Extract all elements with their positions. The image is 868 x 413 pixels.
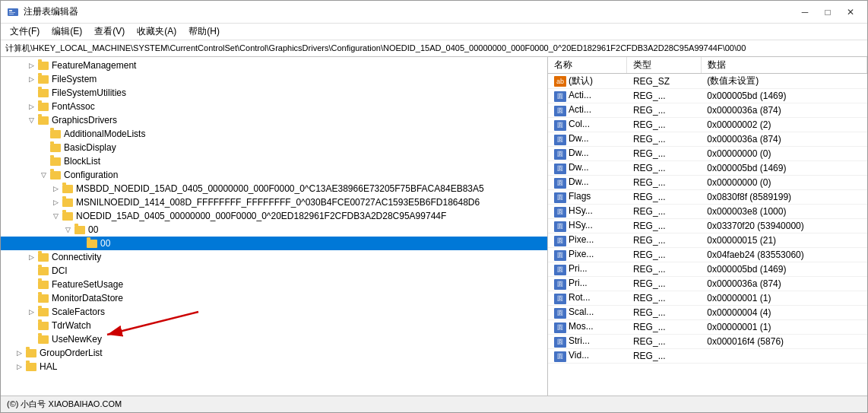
expand-icon: ▷: [49, 183, 62, 195]
node-label: FeatureSetUsage: [52, 279, 123, 290]
col-type[interactable]: 类型: [627, 57, 701, 74]
reg-name-cell: 圆Col...: [548, 118, 627, 132]
tree-node-noedid[interactable]: ▽ NOEDID_15AD_0405_00000000_000F0000_0^2…: [1, 209, 547, 223]
tree-pane[interactable]: ▷ FeatureManagement ▷ FileSystem FileSys…: [1, 57, 548, 396]
reg-data-cell: 0x00000015 (21): [701, 234, 866, 248]
folder-icon: [37, 115, 49, 125]
tree-node-featuremanagement[interactable]: ▷ FeatureManagement: [1, 59, 547, 72]
reg-name-cell: 圆Dw...: [548, 176, 627, 190]
tree-node-scalefactors[interactable]: ▷ ScaleFactors: [1, 305, 547, 319]
node-label: 00: [100, 238, 110, 249]
reg-data-cell: 0x00000000 (0): [701, 147, 866, 161]
tree-node-configuration[interactable]: ▽ Configuration: [1, 168, 547, 182]
reg-type-icon: 圆: [554, 351, 566, 362]
table-row[interactable]: 圆Dw...REG_...0x0000036a (874): [548, 132, 867, 147]
table-row[interactable]: 圆Stri...REG_...0x000016f4 (5876): [548, 335, 867, 349]
reg-type-cell: REG_...: [627, 306, 701, 320]
table-row[interactable]: 圆HSy...REG_...0x03370f20 (53940000): [548, 219, 867, 234]
table-row[interactable]: 圆FlagsREG_...0x0830f8f (8589199): [548, 190, 867, 205]
tree-node-tdrwatch[interactable]: TdrWatch: [1, 319, 547, 332]
tree-node-filesystemutilities[interactable]: FileSystemUtilities: [1, 86, 547, 100]
table-row[interactable]: 圆Dw...REG_...0x000005bd (1469): [548, 161, 867, 176]
tree-node-usenewkey[interactable]: UseNewKey: [1, 332, 547, 346]
table-row[interactable]: ab(默认)REG_SZ(数值未设置): [548, 74, 867, 89]
window-title: 注册表编辑器: [24, 5, 78, 18]
table-row[interactable]: 圆HSy...REG_...0x000003e8 (1000): [548, 205, 867, 219]
reg-name-cell: 圆Pri...: [548, 262, 627, 277]
reg-name-cell: 圆Flags: [548, 190, 627, 205]
tree-node-00-parent[interactable]: ▽ 00: [1, 223, 547, 237]
table-row[interactable]: 圆Acti...REG_...0x0000036a (874): [548, 103, 867, 118]
col-data[interactable]: 数据: [701, 57, 866, 74]
menu-file[interactable]: 文件(F): [4, 24, 46, 40]
reg-type-cell: REG_...: [627, 335, 701, 349]
tree-node-grouporderlist[interactable]: ▷ GroupOrderList: [1, 346, 547, 360]
table-row[interactable]: 圆Scal...REG_...0x00000004 (4): [548, 306, 867, 320]
reg-type-icon: 圆: [554, 221, 566, 232]
tree-node-graphicsdrivers[interactable]: ▽ GraphicsDrivers: [1, 113, 547, 127]
node-label: MSBDD_NOEDID_15AD_0405_00000000_000F0000…: [76, 183, 484, 194]
node-label: Configuration: [64, 170, 118, 180]
folder-icon: [37, 252, 49, 262]
reg-data-cell: (数值未设置): [701, 74, 866, 89]
expand-icon: ▷: [25, 59, 37, 71]
folder-icon: [37, 307, 49, 317]
tree-node-filesystem[interactable]: ▷ FileSystem: [1, 72, 547, 86]
table-row[interactable]: 圆Pri...REG_...0x000005bd (1469): [548, 262, 867, 277]
table-row[interactable]: 圆Rot...REG_...0x00000001 (1): [548, 291, 867, 306]
tree-node-msnil[interactable]: ▷ MSNILNOEDID_1414_008D_FFFFFFFF_FFFFFFF…: [1, 195, 547, 209]
node-label: FileSystem: [52, 74, 97, 84]
node-label: DCI: [52, 265, 68, 276]
table-row[interactable]: 圆Dw...REG_...0x00000000 (0): [548, 176, 867, 190]
minimize-button[interactable]: ─: [794, 4, 816, 21]
status-text: (©) 小白号 XIAOBAIHAO.COM: [7, 399, 122, 410]
tree-node-additionalmodelists[interactable]: AdditionalModeLists: [1, 127, 547, 141]
tree-node-basicdisplay[interactable]: BasicDisplay: [1, 141, 547, 154]
expand-icon: ▷: [25, 251, 37, 263]
table-row[interactable]: 圆Col...REG_...0x00000002 (2): [548, 118, 867, 132]
table-row[interactable]: 圆Pixe...REG_...0x00000015 (21): [548, 234, 867, 248]
reg-name-cell: 圆Pixe...: [548, 248, 627, 262]
menu-help[interactable]: 帮助(H): [182, 24, 226, 40]
reg-type-icon: 圆: [554, 91, 566, 102]
table-row[interactable]: 圆Acti...REG_...0x000005bd (1469): [548, 89, 867, 103]
table-row[interactable]: 圆Vid...REG_...: [548, 349, 867, 364]
reg-name-cell: 圆Vid...: [548, 349, 627, 364]
table-row[interactable]: 圆Mos...REG_...0x00000001 (1): [548, 320, 867, 335]
maximize-button[interactable]: □: [817, 4, 838, 21]
svg-rect-1: [9, 10, 12, 11]
table-row[interactable]: 圆Dw...REG_...0x00000000 (0): [548, 147, 867, 161]
node-label: TdrWatch: [52, 320, 91, 331]
reg-name-cell: 圆Dw...: [548, 161, 627, 176]
tree-node-hal[interactable]: ▷ HAL: [1, 360, 547, 373]
tree-node-connectivity[interactable]: ▷ Connectivity: [1, 250, 547, 264]
right-pane[interactable]: 名称 类型 数据 ab(默认)REG_SZ(数值未设置)圆Acti...REG_…: [548, 57, 867, 396]
reg-type-icon: 圆: [554, 192, 566, 203]
close-button[interactable]: ✕: [840, 4, 861, 21]
expand-icon: [25, 87, 37, 99]
table-row[interactable]: 圆Pri...REG_...0x0000036a (874): [548, 277, 867, 291]
reg-name-cell: 圆Mos...: [548, 320, 627, 335]
node-label: MonitorDataStore: [52, 293, 123, 303]
reg-type-cell: REG_...: [627, 205, 701, 219]
reg-type-icon: 圆: [554, 308, 566, 319]
tree-node-featuresetusage[interactable]: FeatureSetUsage: [1, 278, 547, 291]
col-name[interactable]: 名称: [548, 57, 627, 74]
tree-node-msbdd[interactable]: ▷ MSBDD_NOEDID_15AD_0405_00000000_000F00…: [1, 182, 547, 195]
tree-node-00-child[interactable]: 00: [1, 237, 547, 250]
folder-icon: [37, 293, 49, 303]
expand-icon: [25, 265, 37, 277]
folder-icon: [62, 183, 74, 194]
tree-node-dci[interactable]: DCI: [1, 264, 547, 278]
menu-edit[interactable]: 编辑(E): [46, 24, 88, 40]
menu-view[interactable]: 查看(V): [88, 24, 131, 40]
reg-data-cell: 0x03370f20 (53940000): [701, 219, 866, 234]
menu-favorites[interactable]: 收藏夹(A): [131, 24, 182, 40]
table-row[interactable]: 圆Pixe...REG_...0x04faeb24 (83553060): [548, 248, 867, 262]
tree-node-fontassoc[interactable]: ▷ FontAssoc: [1, 100, 547, 113]
expand-icon: [25, 292, 37, 304]
tree-node-blocklist[interactable]: BlockList: [1, 154, 547, 168]
expand-icon: ▷: [49, 196, 62, 208]
folder-icon: [86, 238, 98, 249]
tree-node-monitordatastore[interactable]: MonitorDataStore: [1, 291, 547, 305]
